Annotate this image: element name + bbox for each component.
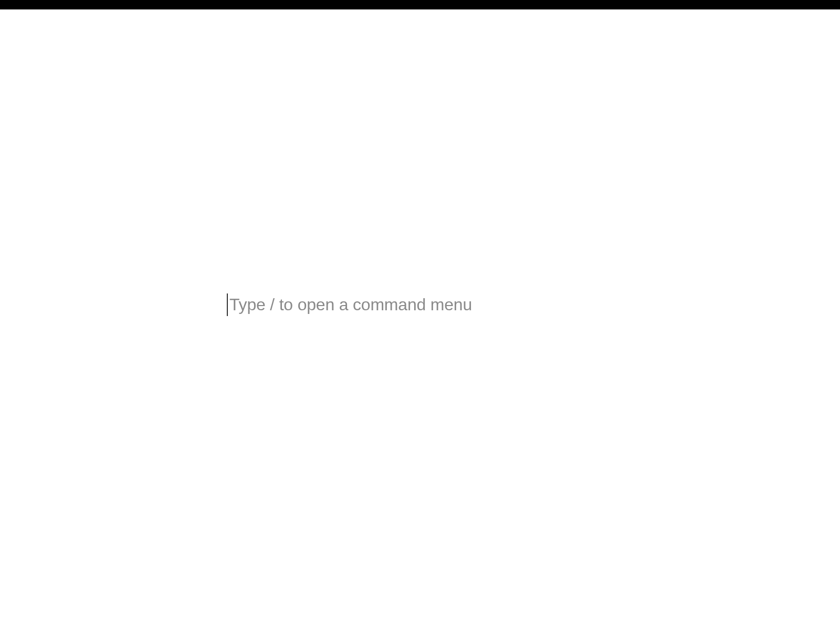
window-top-bar [0,0,840,9]
editor-placeholder: Type / to open a command menu [229,295,472,314]
text-cursor [227,293,228,316]
editor-canvas[interactable]: Type / to open a command menu [0,9,840,630]
